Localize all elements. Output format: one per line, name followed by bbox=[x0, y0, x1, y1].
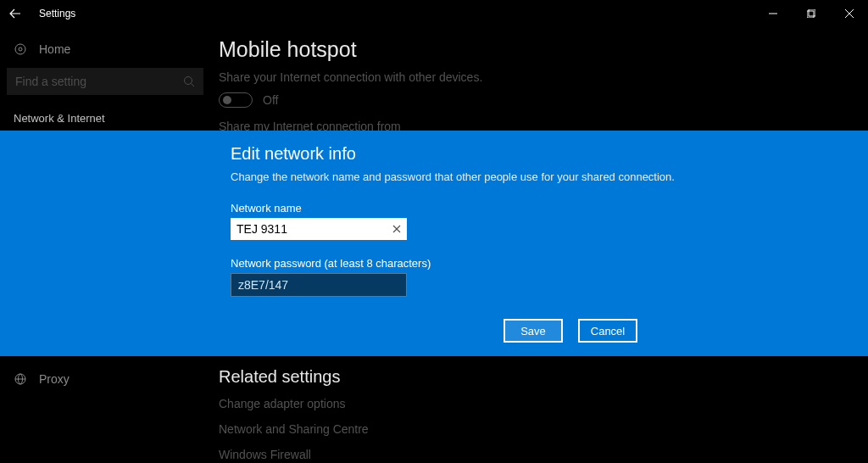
search-input[interactable]: Find a setting bbox=[7, 68, 203, 95]
network-name-input[interactable]: TEJ 9311 bbox=[231, 218, 407, 240]
hotspot-toggle[interactable] bbox=[219, 92, 253, 108]
globe-icon bbox=[14, 372, 27, 386]
dialog-description: Change the network name and password tha… bbox=[231, 170, 868, 183]
sidebar-home[interactable]: Home bbox=[5, 37, 214, 64]
minimize-button[interactable] bbox=[754, 2, 792, 25]
svg-point-7 bbox=[185, 77, 192, 85]
titlebar: Settings bbox=[0, 0, 868, 27]
related-settings-title: Related settings bbox=[219, 367, 868, 387]
dialog-title: Edit network info bbox=[231, 144, 868, 164]
maximize-icon bbox=[807, 9, 815, 18]
network-password-label: Network password (at least 8 characters) bbox=[231, 257, 868, 270]
cancel-button[interactable]: Cancel bbox=[578, 319, 637, 343]
arrow-left-icon bbox=[9, 8, 21, 20]
save-button[interactable]: Save bbox=[504, 319, 563, 343]
sidebar-home-label: Home bbox=[39, 42, 70, 56]
related-link[interactable]: Network and Sharing Centre bbox=[219, 422, 868, 436]
network-password-value: z8E7/147 bbox=[238, 278, 288, 292]
dialog-buttons: Save Cancel bbox=[504, 319, 637, 343]
svg-point-6 bbox=[19, 47, 22, 51]
sidebar-item-proxy[interactable]: Proxy bbox=[5, 367, 214, 391]
window-title: Settings bbox=[39, 8, 75, 20]
close-icon bbox=[845, 9, 854, 18]
titlebar-left: Settings bbox=[7, 5, 75, 22]
save-button-label: Save bbox=[520, 325, 546, 337]
maximize-button[interactable] bbox=[792, 2, 830, 25]
page-title: Mobile hotspot bbox=[219, 37, 868, 62]
svg-line-8 bbox=[192, 84, 195, 87]
network-password-input[interactable]: z8E7/147 bbox=[231, 273, 407, 297]
related-link[interactable]: Windows Firewall bbox=[219, 448, 868, 461]
clear-input-button[interactable] bbox=[392, 225, 401, 233]
cancel-button-label: Cancel bbox=[591, 325, 625, 337]
back-button[interactable] bbox=[7, 5, 24, 22]
toggle-label: Off bbox=[263, 93, 278, 107]
sidebar-category-network[interactable]: Network & Internet bbox=[5, 105, 214, 131]
search-icon bbox=[183, 75, 195, 87]
minimize-icon bbox=[769, 9, 777, 18]
svg-rect-2 bbox=[809, 9, 815, 16]
svg-point-5 bbox=[15, 44, 25, 54]
related-link[interactable]: Change adapter options bbox=[219, 397, 868, 410]
edit-network-dialog: Edit network info Change the network nam… bbox=[0, 131, 868, 356]
sidebar-item-label: Proxy bbox=[39, 372, 70, 386]
hotspot-toggle-row: Off bbox=[219, 92, 868, 108]
close-icon bbox=[392, 225, 401, 233]
close-button[interactable] bbox=[830, 2, 868, 25]
network-name-value: TEJ 9311 bbox=[236, 222, 287, 236]
search-placeholder: Find a setting bbox=[15, 75, 86, 88]
window-controls bbox=[754, 2, 868, 25]
gear-icon bbox=[14, 42, 27, 56]
share-description: Share your Internet connection with othe… bbox=[219, 70, 868, 84]
network-name-label: Network name bbox=[231, 202, 868, 215]
svg-rect-1 bbox=[807, 11, 814, 18]
toggle-knob bbox=[223, 96, 231, 104]
